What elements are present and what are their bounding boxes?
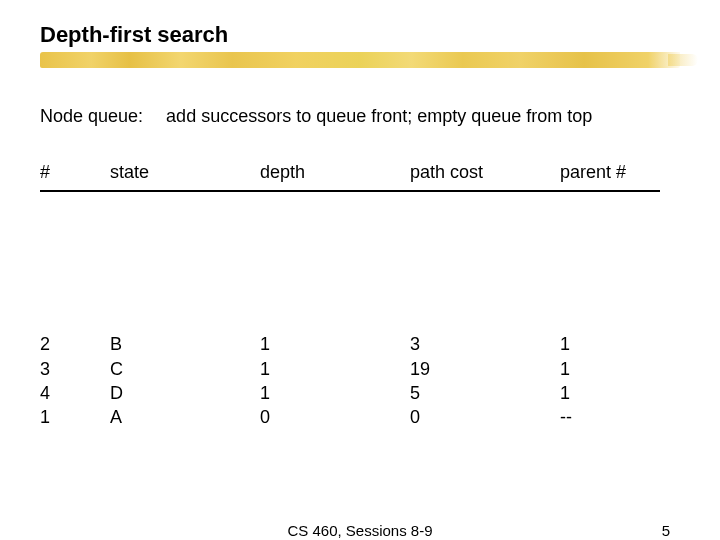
header-underline (40, 190, 660, 192)
cell-parent: -- (560, 405, 660, 429)
slide-title: Depth-first search (40, 22, 228, 48)
cell-state: B (110, 332, 260, 356)
title-underline-brush (40, 52, 680, 68)
footer-course-label: CS 460, Sessions 8-9 (287, 522, 432, 539)
queue-description-line: Node queue: add successors to queue fron… (40, 106, 592, 127)
slide: Depth-first search Node queue: add succe… (0, 0, 720, 540)
page-number: 5 (662, 522, 670, 539)
col-state: state (110, 160, 260, 184)
cell-depth: 0 (260, 405, 410, 429)
cell-parent: 1 (560, 357, 660, 381)
cell-num: 1 (40, 405, 110, 429)
col-path-cost: path cost (410, 160, 560, 184)
cell-num: 4 (40, 381, 110, 405)
cell-path-cost: 5 (410, 381, 560, 405)
queue-table: # state depth path cost parent # 2 B 1 3… (40, 160, 660, 429)
queue-label: Node queue: (40, 106, 143, 126)
cell-state: C (110, 357, 260, 381)
col-num: # (40, 160, 110, 184)
table-row: 3 C 1 19 1 (40, 357, 660, 381)
table-row: 1 A 0 0 -- (40, 405, 660, 429)
cell-num: 3 (40, 357, 110, 381)
cell-path-cost: 0 (410, 405, 560, 429)
col-parent: parent # (560, 160, 660, 184)
table-header-row: # state depth path cost parent # (40, 160, 660, 190)
cell-parent: 1 (560, 332, 660, 356)
cell-path-cost: 3 (410, 332, 560, 356)
cell-path-cost: 19 (410, 357, 560, 381)
cell-state: D (110, 381, 260, 405)
cell-depth: 1 (260, 332, 410, 356)
queue-description: add successors to queue front; empty que… (166, 106, 592, 126)
cell-num: 2 (40, 332, 110, 356)
table-row: 2 B 1 3 1 (40, 332, 660, 356)
cell-depth: 1 (260, 381, 410, 405)
cell-parent: 1 (560, 381, 660, 405)
cell-state: A (110, 405, 260, 429)
cell-depth: 1 (260, 357, 410, 381)
col-depth: depth (260, 160, 410, 184)
table-row: 4 D 1 5 1 (40, 381, 660, 405)
